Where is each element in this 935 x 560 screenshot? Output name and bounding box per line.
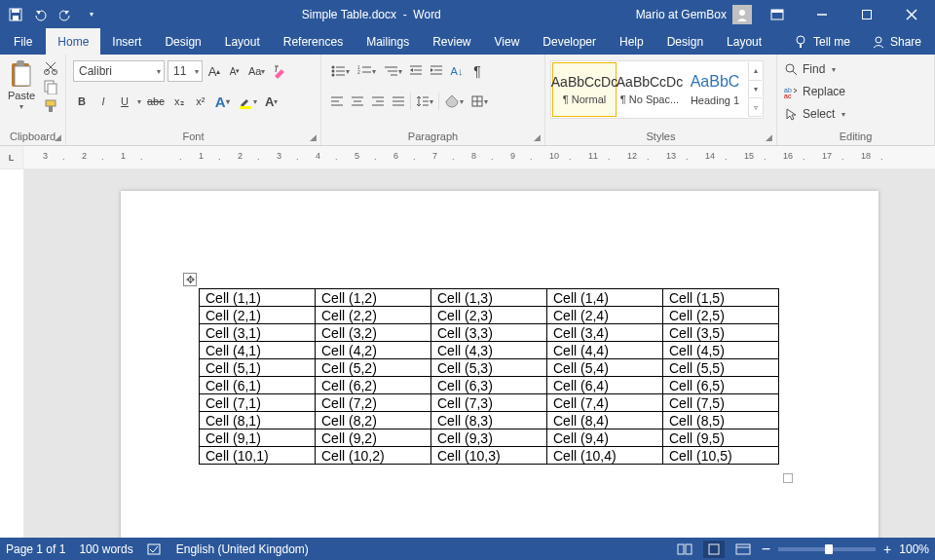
- table-cell[interactable]: Cell (9,2): [316, 429, 431, 447]
- document-page[interactable]: ✥ Cell (1,1)Cell (1,2)Cell (1,3)Cell (1,…: [121, 191, 879, 538]
- table-cell[interactable]: Cell (8,2): [316, 412, 431, 429]
- tab-mailings[interactable]: Mailings: [355, 28, 421, 55]
- tab-references[interactable]: References: [272, 28, 355, 55]
- table-cell[interactable]: Cell (6,1): [200, 377, 316, 394]
- status-language[interactable]: English (United Kingdom): [176, 542, 309, 556]
- table-cell[interactable]: Cell (5,1): [200, 359, 316, 377]
- save-icon[interactable]: [4, 3, 27, 26]
- align-right-icon[interactable]: [369, 91, 387, 112]
- close-button[interactable]: [892, 0, 931, 28]
- format-painter-icon[interactable]: [43, 98, 58, 114]
- table-cell[interactable]: Cell (6,4): [547, 377, 663, 394]
- share-button[interactable]: Share: [862, 35, 931, 49]
- tell-me[interactable]: Tell me: [784, 35, 860, 49]
- table-cell[interactable]: Cell (3,1): [200, 324, 316, 342]
- table-cell[interactable]: Cell (2,4): [547, 307, 663, 324]
- tab-help[interactable]: Help: [608, 28, 655, 55]
- table-cell[interactable]: Cell (6,5): [663, 377, 779, 394]
- shading-icon[interactable]: ▾: [442, 91, 466, 112]
- tab-selector[interactable]: L: [0, 146, 23, 168]
- table-cell[interactable]: Cell (7,1): [200, 394, 316, 412]
- table-cell[interactable]: Cell (6,2): [316, 377, 431, 394]
- table-cell[interactable]: Cell (6,3): [431, 377, 547, 394]
- show-marks-icon[interactable]: ¶: [468, 60, 486, 82]
- tab-review[interactable]: Review: [421, 28, 482, 55]
- table-cell[interactable]: Cell (1,1): [200, 289, 316, 307]
- text-effects-icon[interactable]: A▾: [213, 91, 232, 112]
- table-cell[interactable]: Cell (10,5): [663, 447, 779, 465]
- tab-insert[interactable]: Insert: [100, 28, 153, 55]
- tab-developer[interactable]: Developer: [531, 28, 608, 55]
- table-cell[interactable]: Cell (7,2): [316, 394, 431, 412]
- tab-view[interactable]: View: [483, 28, 532, 55]
- bullets-icon[interactable]: ▾: [328, 60, 352, 82]
- sort-icon[interactable]: A↓: [448, 60, 466, 82]
- tab-file[interactable]: File: [0, 28, 46, 55]
- table-cell[interactable]: Cell (2,2): [316, 307, 431, 324]
- table-cell[interactable]: Cell (7,5): [663, 394, 779, 412]
- table-cell[interactable]: Cell (1,3): [431, 289, 547, 307]
- table-cell[interactable]: Cell (5,2): [316, 359, 431, 377]
- table-cell[interactable]: Cell (2,5): [663, 307, 779, 324]
- table-cell[interactable]: Cell (4,5): [663, 342, 779, 359]
- table-cell[interactable]: Cell (3,3): [431, 324, 547, 342]
- cut-icon[interactable]: [43, 59, 58, 75]
- strike-button[interactable]: abc: [145, 91, 167, 112]
- align-center-icon[interactable]: [349, 91, 366, 112]
- table-move-handle[interactable]: ✥: [183, 273, 197, 286]
- table-cell[interactable]: Cell (9,1): [200, 429, 316, 447]
- font-color-icon[interactable]: A▾: [263, 91, 280, 112]
- tab-home[interactable]: Home: [46, 28, 100, 55]
- replace-button[interactable]: abacReplace: [784, 82, 845, 101]
- table-cell[interactable]: Cell (9,4): [547, 429, 663, 447]
- decrease-indent-icon[interactable]: [407, 60, 425, 82]
- table-cell[interactable]: Cell (1,5): [663, 289, 779, 307]
- status-page[interactable]: Page 1 of 1: [6, 542, 65, 556]
- change-case-icon[interactable]: Aa▾: [246, 60, 267, 82]
- table-cell[interactable]: Cell (1,4): [547, 289, 663, 307]
- copy-icon[interactable]: [43, 79, 58, 94]
- table-cell[interactable]: Cell (3,4): [547, 324, 663, 342]
- document-area[interactable]: ✥ Cell (1,1)Cell (1,2)Cell (1,3)Cell (1,…: [23, 169, 935, 538]
- view-web-icon[interactable]: [732, 541, 754, 558]
- paragraph-dialog-launcher[interactable]: ◢: [531, 131, 542, 143]
- avatar[interactable]: [732, 5, 752, 24]
- table-cell[interactable]: Cell (4,2): [316, 342, 431, 359]
- style-normal[interactable]: AaBbCcDc¶ Normal: [552, 62, 617, 117]
- gallery-scroll[interactable]: ▴▾▿: [748, 62, 762, 117]
- maximize-button[interactable]: [847, 0, 886, 28]
- underline-button[interactable]: U: [116, 91, 133, 112]
- font-name-combo[interactable]: Calibri▾: [73, 60, 165, 82]
- zoom-slider[interactable]: [778, 547, 876, 551]
- subscript-button[interactable]: x₂: [170, 91, 188, 112]
- styles-dialog-launcher[interactable]: ◢: [763, 131, 774, 143]
- table-cell[interactable]: Cell (2,3): [431, 307, 547, 324]
- highlight-icon[interactable]: ▾: [236, 91, 259, 112]
- shrink-font-icon[interactable]: A▾: [226, 60, 243, 82]
- redo-icon[interactable]: [55, 3, 78, 26]
- superscript-button[interactable]: x²: [192, 91, 209, 112]
- zoom-out-button[interactable]: −: [762, 542, 770, 556]
- table-cell[interactable]: Cell (8,5): [663, 412, 779, 429]
- italic-button[interactable]: I: [94, 91, 112, 112]
- align-left-icon[interactable]: [328, 91, 346, 112]
- table-cell[interactable]: Cell (5,4): [547, 359, 663, 377]
- ribbon-options-icon[interactable]: [758, 0, 797, 28]
- select-button[interactable]: Select▾: [784, 104, 845, 124]
- bold-button[interactable]: B: [73, 91, 91, 112]
- increase-indent-icon[interactable]: [428, 60, 445, 82]
- table-cell[interactable]: Cell (4,3): [431, 342, 547, 359]
- multilevel-icon[interactable]: ▾: [381, 60, 404, 82]
- table-cell[interactable]: Cell (9,3): [431, 429, 547, 447]
- clear-format-icon[interactable]: [270, 60, 289, 82]
- undo-icon[interactable]: [29, 3, 53, 26]
- find-button[interactable]: Find▾: [784, 59, 845, 79]
- table-cell[interactable]: Cell (10,4): [547, 447, 663, 465]
- tab-table-design[interactable]: Design: [655, 28, 715, 55]
- qat-customize-icon[interactable]: ▾: [80, 3, 103, 26]
- table-cell[interactable]: Cell (8,1): [200, 412, 316, 429]
- style-heading-1[interactable]: AaBbCHeading 1: [683, 62, 747, 117]
- table-cell[interactable]: Cell (5,5): [663, 359, 779, 377]
- tab-design[interactable]: Design: [153, 28, 212, 55]
- numbering-icon[interactable]: 12▾: [355, 60, 378, 82]
